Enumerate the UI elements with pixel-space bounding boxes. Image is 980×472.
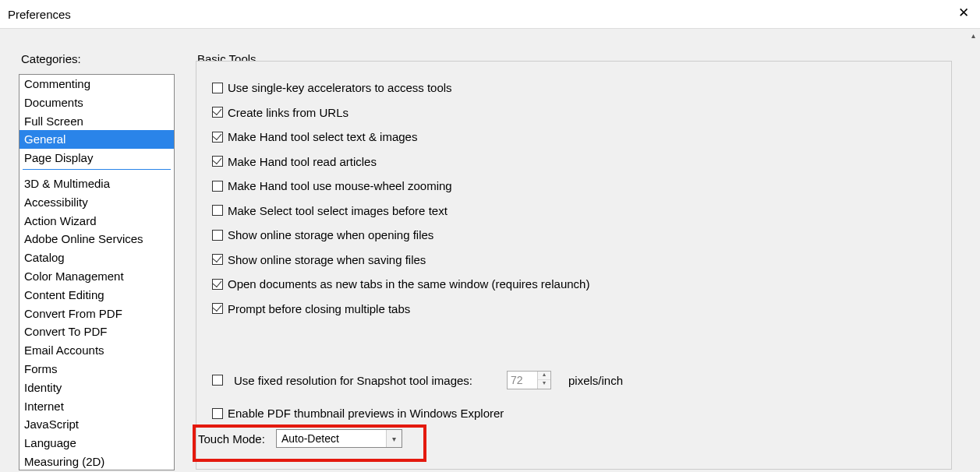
option-label: Prompt before closing multiple tabs xyxy=(228,302,410,315)
spinner-down-icon[interactable]: ▾ xyxy=(538,380,550,389)
option-label: Use single-key accelerators to access to… xyxy=(228,81,452,94)
window-title: Preferences xyxy=(8,8,71,21)
option-label: Make Select tool select images before te… xyxy=(228,204,448,217)
touch-mode-row: Touch Mode: Auto-Detect ▾ xyxy=(198,429,402,448)
option-label: Create links from URLs xyxy=(228,106,348,119)
snapshot-checkbox[interactable] xyxy=(212,375,223,386)
thumbnail-checkbox[interactable] xyxy=(212,408,223,419)
option-label: Show online storage when saving files xyxy=(228,253,426,266)
option-row: Make Hand tool select text & images xyxy=(212,130,589,143)
category-item[interactable]: JavaScript xyxy=(19,415,174,434)
option-row: Make Select tool select images before te… xyxy=(212,204,589,217)
option-row: Show online storage when saving files xyxy=(212,253,589,266)
option-label: Make Hand tool select text & images xyxy=(228,130,417,143)
preferences-body: ▴ Categories: CommentingDocumentsFull Sc… xyxy=(0,28,980,472)
category-item[interactable]: Full Screen xyxy=(19,112,174,131)
option-row: Use single-key accelerators to access to… xyxy=(212,81,589,94)
snapshot-resolution-input-wrap: ▴ ▾ xyxy=(507,371,551,389)
category-item[interactable]: 3D & Multimedia xyxy=(19,174,174,193)
category-item[interactable]: Documents xyxy=(19,93,174,112)
category-item[interactable]: Page Display xyxy=(19,149,174,167)
option-label: Open documents as new tabs in the same w… xyxy=(228,277,589,291)
option-checkbox[interactable] xyxy=(212,83,223,93)
snapshot-label: Use fixed resolution for Snapshot tool i… xyxy=(234,374,472,387)
option-checkbox[interactable] xyxy=(212,107,223,118)
option-row: Prompt before closing multiple tabs xyxy=(212,302,589,315)
option-row: Make Hand tool use mouse-wheel zooming xyxy=(212,179,589,192)
category-item[interactable]: Convert From PDF xyxy=(19,305,174,323)
spinner: ▴ ▾ xyxy=(537,372,550,389)
thumbnail-label: Enable PDF thumbnail previews in Windows… xyxy=(228,407,504,420)
scrollbar-up-icon[interactable]: ▴ xyxy=(967,29,980,42)
option-row: Make Hand tool read articles xyxy=(212,155,589,168)
category-item[interactable]: Action Wizard xyxy=(19,212,174,231)
thumbnail-row: Enable PDF thumbnail previews in Windows… xyxy=(212,407,504,420)
category-item[interactable]: General xyxy=(19,130,174,149)
snapshot-unit: pixels/inch xyxy=(568,374,623,387)
categories-label: Categories: xyxy=(21,52,81,65)
category-item[interactable]: Language xyxy=(19,434,174,453)
option-label: Show online storage when opening files xyxy=(228,228,433,241)
chevron-down-icon: ▾ xyxy=(386,430,402,447)
category-item[interactable]: Content Editing xyxy=(19,286,174,305)
titlebar: Preferences ✕ xyxy=(0,0,980,28)
category-item[interactable]: Accessibility xyxy=(19,193,174,212)
basic-tools-group: Use single-key accelerators to access to… xyxy=(196,61,952,470)
category-item[interactable]: Forms xyxy=(19,360,174,379)
category-item[interactable]: Adobe Online Services xyxy=(19,230,174,248)
close-icon[interactable]: ✕ xyxy=(958,6,969,19)
category-item[interactable]: Convert To PDF xyxy=(19,322,174,341)
option-checkbox[interactable] xyxy=(212,230,223,241)
option-checkbox[interactable] xyxy=(212,132,223,143)
option-row: Open documents as new tabs in the same w… xyxy=(212,277,589,291)
option-checkbox[interactable] xyxy=(212,181,223,192)
category-item[interactable]: Email Accounts xyxy=(19,341,174,360)
snapshot-row: Use fixed resolution for Snapshot tool i… xyxy=(212,371,623,389)
category-item[interactable]: Catalog xyxy=(19,248,174,267)
option-checkbox[interactable] xyxy=(212,279,223,290)
category-item[interactable]: Identity xyxy=(19,379,174,397)
touch-mode-value: Auto-Detect xyxy=(281,432,339,445)
option-checkbox[interactable] xyxy=(212,303,223,314)
option-row: Create links from URLs xyxy=(212,106,589,119)
option-checkbox[interactable] xyxy=(212,205,223,216)
option-label: Make Hand tool use mouse-wheel zooming xyxy=(228,179,452,192)
option-label: Make Hand tool read articles xyxy=(228,155,377,168)
category-separator xyxy=(23,169,171,170)
options-list: Use single-key accelerators to access to… xyxy=(212,81,589,326)
categories-list[interactable]: CommentingDocumentsFull ScreenGeneralPag… xyxy=(19,74,175,470)
category-item[interactable]: Color Management xyxy=(19,267,174,286)
touch-mode-select[interactable]: Auto-Detect ▾ xyxy=(276,429,402,448)
option-checkbox[interactable] xyxy=(212,254,223,265)
category-item[interactable]: Internet xyxy=(19,397,174,416)
snapshot-resolution-input[interactable] xyxy=(508,372,537,389)
category-item[interactable]: Commenting xyxy=(19,75,174,93)
option-row: Show online storage when opening files xyxy=(212,228,589,241)
category-item[interactable]: Measuring (2D) xyxy=(19,453,174,470)
touch-mode-label: Touch Mode: xyxy=(198,432,265,446)
option-checkbox[interactable] xyxy=(212,156,223,167)
